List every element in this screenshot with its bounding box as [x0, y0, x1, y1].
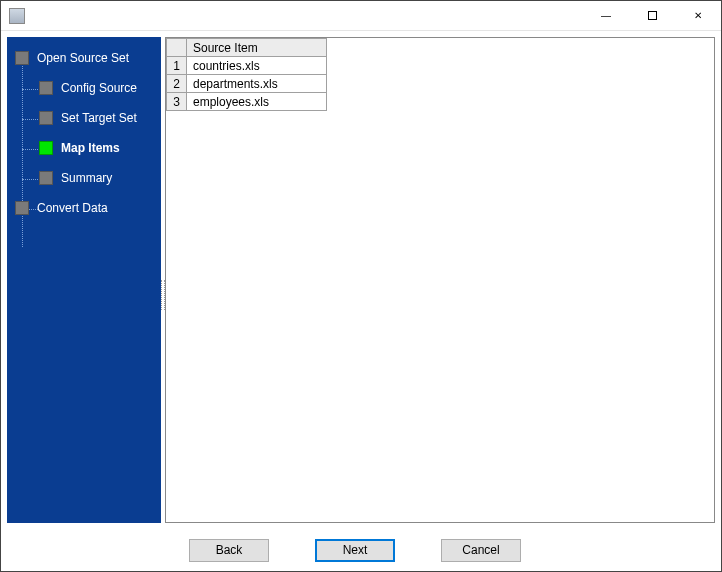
cell-source-item: countries.xls — [187, 57, 327, 75]
table-row[interactable]: 3 employees.xls — [167, 93, 327, 111]
wizard-steps-sidebar: Open Source Set Config Source Set Target… — [7, 37, 161, 523]
maximize-button[interactable] — [629, 1, 675, 30]
step-node-icon — [39, 81, 53, 95]
titlebar: — ✕ — [1, 1, 721, 31]
step-label: Summary — [61, 171, 112, 185]
table-header-row: Source Item — [167, 39, 327, 57]
step-summary[interactable]: Summary — [7, 163, 161, 193]
next-button[interactable]: Next — [315, 539, 395, 562]
cell-source-item: departments.xls — [187, 75, 327, 93]
step-node-icon — [39, 171, 53, 185]
step-node-icon — [15, 201, 29, 215]
step-label: Map Items — [61, 141, 120, 155]
table-row[interactable]: 2 departments.xls — [167, 75, 327, 93]
table-row[interactable]: 1 countries.xls — [167, 57, 327, 75]
step-node-icon — [39, 141, 53, 155]
back-button[interactable]: Back — [189, 539, 269, 562]
step-label: Open Source Set — [37, 51, 129, 65]
wizard-window: — ✕ Open Source Set Config Source — [0, 0, 722, 572]
step-label: Set Target Set — [61, 111, 137, 125]
step-label: Config Source — [61, 81, 137, 95]
minimize-button[interactable]: — — [583, 1, 629, 30]
close-button[interactable]: ✕ — [675, 1, 721, 30]
step-set-target-set[interactable]: Set Target Set — [7, 103, 161, 133]
step-convert-data[interactable]: Convert Data — [7, 193, 161, 223]
cancel-button[interactable]: Cancel — [441, 539, 521, 562]
square-icon — [648, 11, 657, 20]
row-number: 1 — [167, 57, 187, 75]
step-map-items[interactable]: Map Items — [7, 133, 161, 163]
source-items-table: Source Item 1 countries.xls 2 department… — [166, 38, 327, 111]
cell-source-item: employees.xls — [187, 93, 327, 111]
table-corner — [167, 39, 187, 57]
wizard-body: Open Source Set Config Source Set Target… — [1, 31, 721, 529]
row-number: 3 — [167, 93, 187, 111]
step-config-source[interactable]: Config Source — [7, 73, 161, 103]
step-open-source-set[interactable]: Open Source Set — [7, 43, 161, 73]
step-node-icon — [39, 111, 53, 125]
wizard-footer: Back Next Cancel — [1, 529, 721, 571]
main-panel: Source Item 1 countries.xls 2 department… — [165, 37, 715, 523]
column-header-source-item[interactable]: Source Item — [187, 39, 327, 57]
app-icon — [9, 8, 25, 24]
row-number: 2 — [167, 75, 187, 93]
step-node-icon — [15, 51, 29, 65]
step-label: Convert Data — [37, 201, 108, 215]
window-controls: — ✕ — [583, 1, 721, 30]
